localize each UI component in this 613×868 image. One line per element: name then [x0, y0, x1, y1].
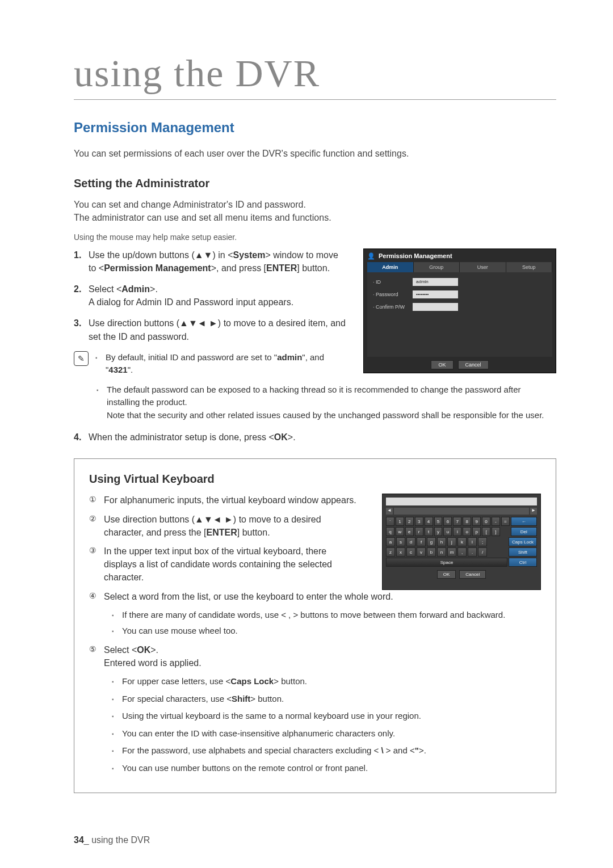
- vk-key[interactable]: d: [406, 537, 415, 546]
- vk-key[interactable]: `: [386, 517, 394, 526]
- vk-key[interactable]: -: [492, 517, 500, 526]
- vk-key: [488, 547, 497, 557]
- tab-user[interactable]: User: [460, 262, 506, 272]
- vk-key[interactable]: 1: [396, 517, 404, 526]
- intro-text: You can set permissions of each user ove…: [74, 147, 556, 160]
- admin-intro: You can set and change Administrator's I…: [74, 198, 556, 224]
- dialog-cancel-button[interactable]: Cancel: [458, 360, 489, 369]
- vk-key[interactable]: h: [437, 537, 446, 546]
- vk-key[interactable]: l: [468, 537, 477, 546]
- vk-key[interactable]: w: [396, 527, 404, 536]
- vk-key[interactable]: e: [405, 527, 414, 536]
- vk-note-remote: You can use number buttons on the remote…: [112, 762, 541, 775]
- t: For upper case letters, use <: [122, 676, 230, 686]
- tab-group[interactable]: Group: [414, 262, 460, 272]
- vk-key[interactable]: 2: [405, 517, 414, 526]
- t: Select a word from the list, or use the …: [104, 592, 393, 601]
- vk-key[interactable]: q: [386, 527, 394, 536]
- vk-key[interactable]: 6: [443, 517, 452, 526]
- vk-note-wheel: You can use mouse wheel too.: [112, 625, 541, 638]
- t: The default password can be exposed to a…: [107, 385, 521, 407]
- t: ] button.: [297, 263, 330, 273]
- cpw-label: · Confirm P/W: [373, 304, 413, 310]
- vk-key[interactable]: ←: [511, 517, 537, 526]
- t: 4321: [108, 365, 127, 374]
- vk-key[interactable]: s: [396, 537, 405, 546]
- vk-prev-icon[interactable]: ◄: [386, 508, 393, 515]
- vk-key[interactable]: .: [468, 547, 477, 557]
- vk-key[interactable]: 4: [425, 517, 433, 526]
- vk-text-input[interactable]: [386, 498, 537, 505]
- dialog-title-text: Permission Management: [379, 252, 452, 259]
- t: ENTER: [266, 263, 297, 273]
- vk-key-space[interactable]: Space: [386, 558, 507, 567]
- vk-key[interactable]: Shift: [509, 547, 537, 557]
- vk-ok-button[interactable]: OK: [437, 570, 456, 579]
- pw-field[interactable]: ••••••••: [413, 290, 458, 298]
- vk-key[interactable]: 9: [472, 517, 481, 526]
- note-default: By default, initial ID and password are …: [95, 351, 347, 377]
- vk-step-2: ② Use direction buttons (▲▼◄ ►) to move …: [89, 513, 360, 539]
- vk-key[interactable]: c: [406, 547, 415, 557]
- t: OK: [137, 645, 150, 655]
- vk-key[interactable]: [: [482, 527, 490, 536]
- dialog-ok-button[interactable]: OK: [431, 360, 453, 369]
- vk-key[interactable]: p: [472, 527, 481, 536]
- t: Select <: [89, 284, 121, 294]
- vk-key[interactable]: 8: [463, 517, 471, 526]
- vk-key[interactable]: v: [417, 547, 426, 557]
- tab-setup[interactable]: Setup: [506, 262, 553, 272]
- vk-note-region: Using the virtual keyboard is the same t…: [112, 710, 541, 723]
- t: > and <: [384, 745, 415, 755]
- t: For the password, use alphabets and spec…: [122, 745, 381, 755]
- vk-key[interactable]: a: [386, 537, 395, 546]
- vk-step-4: ④Select a word from the list, or use the…: [89, 590, 541, 603]
- t: >.: [288, 432, 296, 442]
- vk-key[interactable]: x: [396, 547, 405, 557]
- vk-key[interactable]: n: [437, 547, 446, 557]
- footer-text: _ using the DVR: [84, 835, 150, 845]
- vk-key[interactable]: k: [457, 537, 467, 546]
- cpw-field[interactable]: [413, 303, 458, 311]
- vk-key[interactable]: b: [427, 547, 436, 557]
- t: > button.: [250, 694, 284, 703]
- t: >.: [419, 745, 426, 755]
- vk-key-grid: `1234567890-=← qwertyuiop[]Del asdfghjkl…: [386, 517, 537, 567]
- vk-key[interactable]: f: [417, 537, 426, 546]
- vk-key[interactable]: ;: [478, 537, 487, 546]
- vk-key[interactable]: o: [463, 527, 471, 536]
- vk-key[interactable]: g: [427, 537, 436, 546]
- vk-key[interactable]: ,: [457, 547, 467, 557]
- t: Admin: [121, 284, 150, 294]
- vk-key[interactable]: t: [425, 527, 433, 536]
- t: By default, initial ID and password are …: [106, 352, 277, 362]
- vk-cancel-button[interactable]: Cancel: [459, 570, 486, 579]
- vk-key-ctrl[interactable]: Ctrl: [509, 558, 537, 567]
- vk-key[interactable]: u: [443, 527, 452, 536]
- tab-admin[interactable]: Admin: [367, 262, 414, 272]
- vk-key[interactable]: z: [386, 547, 395, 557]
- vk-key[interactable]: 7: [453, 517, 461, 526]
- vk-key[interactable]: m: [447, 547, 456, 557]
- id-field[interactable]: admin: [413, 278, 458, 286]
- vk-key[interactable]: Del: [511, 527, 537, 536]
- vk-key[interactable]: ]: [492, 527, 500, 536]
- vk-key[interactable]: y: [434, 527, 443, 536]
- step-3: 3. Use direction buttons (▲▼◄ ►) to move…: [74, 317, 347, 343]
- vk-next-icon[interactable]: ►: [530, 508, 537, 515]
- vk-key[interactable]: =: [501, 517, 510, 526]
- note-security: The default password can be exposed to a…: [96, 384, 556, 422]
- vk-key[interactable]: r: [415, 527, 423, 536]
- vk-key[interactable]: /: [478, 547, 487, 557]
- t: ] button.: [237, 528, 270, 537]
- t: OK: [274, 432, 288, 442]
- section-heading: Permission Management: [74, 120, 556, 136]
- vk-key[interactable]: 0: [482, 517, 490, 526]
- vk-key[interactable]: i: [453, 527, 461, 536]
- step-4: 4. When the administrator setup is done,…: [74, 431, 556, 444]
- vk-key[interactable]: 3: [415, 517, 423, 526]
- vk-key[interactable]: j: [447, 537, 456, 546]
- dialog-title: 👤 Permission Management: [367, 252, 552, 260]
- vk-key[interactable]: 5: [434, 517, 443, 526]
- vk-key[interactable]: Caps Lock: [509, 537, 537, 546]
